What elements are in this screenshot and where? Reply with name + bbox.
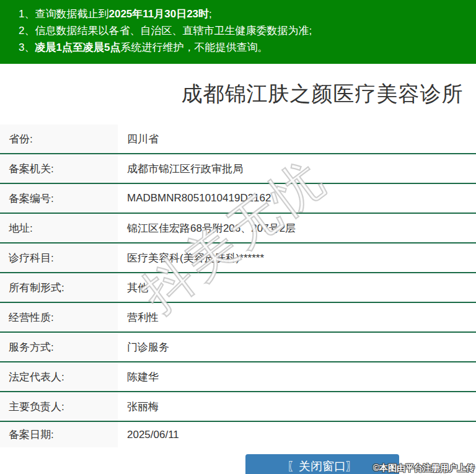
notice-text: 凌晨1点至凌晨5点 [35,42,120,53]
notice-line: 1、查询数据截止到2025年11月30日23时; [19,6,476,22]
notice-line: 3、凌晨1点至凌晨5点系统进行维护，不能提供查询。 [19,39,476,56]
field-value: 成都市锦江区行政审批局 [118,154,476,183]
field-label: 经营性质: [0,303,118,331]
field-label: 诊疗科目: [0,244,118,272]
table-row: 诊疗科目:医疗美容科(美容皮肤科)****** [0,244,476,273]
notice-line-number: 2、 [19,25,35,37]
field-label: 备案机关: [0,154,118,183]
notice-banner: 1、查询数据截止到2025年11月30日23时;2、信息数据结果以各省、自治区、… [0,0,476,64]
table-row: 备案编号:MADBMNR8051010419D2162 [0,184,476,214]
notice-text: 系统进行维护，不能提供查询。 [120,42,268,53]
field-value: MADBMNR8051010419D2162 [118,184,476,213]
field-label: 服务方式: [0,333,118,361]
details-table: 省份:四川省备案机关:成都市锦江区行政审批局备案编号:MADBMNR805101… [0,125,476,447]
field-value: 医疗美容科(美容皮肤科)****** [118,244,476,272]
notice-text: 查询数据截止到 [35,8,108,20]
field-value: 2025/06/11 [118,422,476,447]
table-row: 经营性质:营利性 [0,303,476,333]
notice-text: ; [209,8,212,20]
table-row: 法定代表人:陈建华 [0,362,476,392]
table-row: 省份:四川省 [0,125,476,154]
notice-line: 2、信息数据结果以各省、自治区、直辖市卫生健康委数据为准; [19,22,476,39]
copyright-watermark: ©本图由平台注册用户上传 [373,463,475,474]
field-value: 门诊服务 [118,333,476,361]
notice-text: 2025年11月30日23时 [108,8,209,20]
field-label: 所有制形式: [0,273,118,302]
notice-text: 信息数据结果以各省、自治区、直辖市卫生健康委数据为准; [35,25,312,37]
field-label: 备案编号: [0,184,118,213]
field-value: 陈建华 [118,362,476,391]
field-value: 其他 [118,273,476,302]
notice-line-number: 1、 [19,8,35,20]
page-container: 1、查询数据截止到2025年11月30日23时;2、信息数据结果以各省、自治区、… [0,0,476,474]
field-label: 法定代表人: [0,362,118,391]
field-label: 地址: [0,214,118,242]
page-title: 成都锦江肤之颜医疗美容诊所 [0,80,476,108]
field-value: 营利性 [118,303,476,331]
table-row: 地址:锦江区佳宏路68号附206、207号2层 [0,214,476,244]
table-row: 服务方式:门诊服务 [0,333,476,362]
field-label: 主要负责人: [0,392,118,421]
table-row: 所有制形式:其他 [0,273,476,303]
field-value: 锦江区佳宏路68号附206、207号2层 [118,214,476,242]
field-label: 备案日期: [0,422,118,447]
field-label: 省份: [0,125,118,153]
notice-line-number: 3、 [19,42,35,53]
table-row: 备案机关:成都市锦江区行政审批局 [0,154,476,184]
field-value: 四川省 [118,125,476,153]
table-row: 备案日期:2025/06/11 [0,422,476,447]
field-value: 张丽梅 [118,392,476,421]
table-row: 主要负责人:张丽梅 [0,392,476,422]
